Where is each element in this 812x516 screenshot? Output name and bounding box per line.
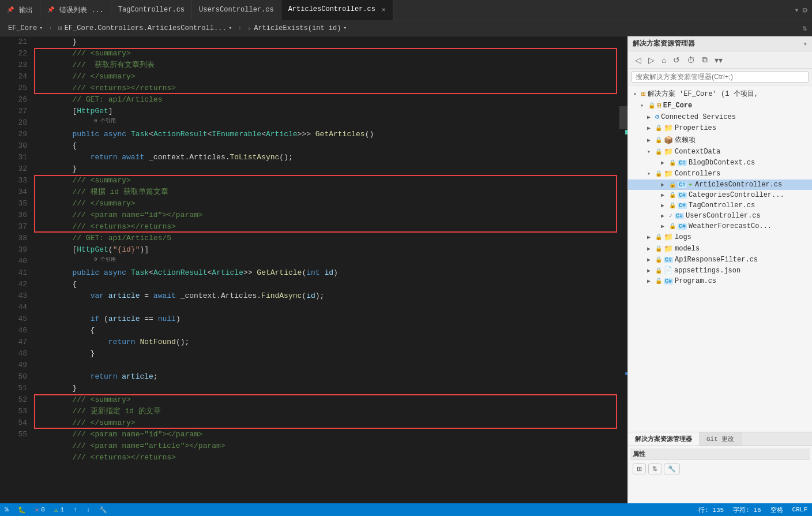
- api-filter-expand[interactable]: ▶: [644, 256, 653, 263]
- status-right: 行: 135 字符: 16 空格 CRLF: [698, 506, 807, 514]
- tree-appsettings[interactable]: ▶ 🔒 📄 appsettings.json: [628, 265, 812, 276]
- code-line: /// <returns></returns>: [36, 452, 619, 463]
- status-char[interactable]: 字符: 16: [733, 506, 761, 514]
- status-warnings[interactable]: ⚠ 1: [54, 506, 64, 514]
- tree-articles-controller[interactable]: ▶ 🔒 C# + ArticlesController.cs: [628, 180, 812, 190]
- code-content[interactable]: } /// <summary> /// 获取所有文章列表 /// </summa…: [32, 36, 619, 503]
- tree-models[interactable]: ▶ 🔒 📁 models: [628, 243, 812, 255]
- project-expand-icon[interactable]: ▾: [637, 102, 646, 109]
- tree-users-controller[interactable]: ▶ ✓ C# UsersController.cs: [628, 211, 812, 221]
- sidebar-forward-btn[interactable]: ▷: [646, 54, 657, 66]
- warning-icon: ⚠: [54, 506, 58, 514]
- tree-properties[interactable]: ▶ 🔒 📁 Properties: [628, 122, 812, 134]
- sidebar-collapse-all-btn[interactable]: ▾▾: [712, 54, 725, 66]
- tree-program[interactable]: ▶ 🔒 C# Program.cs: [628, 276, 812, 286]
- tree-categories-controller[interactable]: ▶ 🔒 C# CategoriesController...: [628, 190, 812, 200]
- status-bug[interactable]: 🐛: [18, 506, 26, 514]
- breadcrumb-namespace[interactable]: EF_Core ▾: [5, 23, 46, 33]
- code-line: // GET: api/Articles/5: [36, 233, 619, 244]
- minimap-green-bar: [625, 130, 627, 134]
- breadcrumb-method-dropdown[interactable]: ▾: [343, 25, 346, 31]
- sidebar-copy-btn[interactable]: ⧉: [700, 54, 710, 66]
- tag-expand[interactable]: ▶: [658, 202, 667, 209]
- sidebar-refresh-btn[interactable]: ↺: [671, 54, 682, 66]
- tab-solution-explorer[interactable]: 解决方案资源管理器: [628, 432, 700, 446]
- logs-expand[interactable]: ▶: [644, 234, 653, 241]
- code-line: }: [36, 163, 619, 175]
- context-data-expand[interactable]: ▾: [644, 148, 653, 155]
- categories-expand[interactable]: ▶: [658, 192, 667, 199]
- wrench-icon: 🔧: [99, 506, 107, 514]
- solution-expand-icon[interactable]: ▾: [630, 91, 640, 98]
- tree-api-response-filter[interactable]: ▶ 🔒 C# ApiResponseFilter.cs: [628, 255, 812, 265]
- tree-project[interactable]: ▾ 🔒 ⊞ EF_Core: [628, 100, 812, 111]
- status-space[interactable]: 空格: [770, 506, 783, 514]
- properties-expand[interactable]: ▶: [644, 125, 653, 132]
- status-zoom[interactable]: %: [5, 506, 9, 513]
- breadcrumb-class-dropdown[interactable]: ▾: [229, 25, 232, 31]
- connected-services-expand[interactable]: ▶: [644, 114, 653, 121]
- tab-users-controller[interactable]: UsersController.cs: [192, 0, 281, 20]
- prop-grid-btn[interactable]: ⊞: [633, 463, 646, 474]
- tab-git-changes[interactable]: Git 更改: [700, 432, 742, 446]
- sync-icon[interactable]: ⇅: [803, 23, 807, 33]
- tree-solution-root[interactable]: ▾ ⊞ 解决方案 'EF_Core' (1 个项目,: [628, 88, 812, 100]
- status-arrow-down[interactable]: ↓: [87, 506, 91, 513]
- sidebar-home-btn[interactable]: ⌂: [659, 54, 668, 66]
- breadcrumb-right-btn[interactable]: ⇅: [803, 23, 807, 33]
- status-wrench[interactable]: 🔧: [99, 506, 107, 514]
- tree-logs[interactable]: ▶ 🔒 📁 logs: [628, 231, 812, 243]
- users-expand[interactable]: ▶: [658, 212, 667, 219]
- breadcrumb-method[interactable]: ⬦ ArticleExists(int id) ▾: [244, 23, 350, 33]
- sidebar-collapse-icon[interactable]: ▾: [803, 39, 807, 48]
- line-number: 41: [11, 267, 27, 279]
- pin-icon-errors: 📌: [47, 6, 54, 13]
- status-arrow-up[interactable]: ↑: [73, 506, 77, 513]
- status-errors[interactable]: ✕ 0: [35, 506, 45, 514]
- sidebar-back-btn[interactable]: ◁: [633, 54, 644, 66]
- code-line: /// <returns></returns>: [36, 83, 619, 94]
- code-line: return await _context.Articles.ToListAsy…: [36, 152, 619, 163]
- code-line: return article;: [36, 371, 619, 383]
- controllers-expand[interactable]: ▾: [644, 170, 653, 177]
- weather-expand[interactable]: ▶: [658, 223, 667, 230]
- status-line[interactable]: 行: 135: [698, 506, 724, 514]
- tree-connected-services[interactable]: ▶ ⚙ Connected Services: [628, 111, 812, 122]
- tab-settings-icon[interactable]: ⚙: [803, 5, 807, 15]
- code-line: {: [36, 140, 619, 152]
- status-crlf[interactable]: CRLF: [792, 506, 807, 513]
- breadcrumb-class[interactable]: ⊞ EF_Core.Controllers.ArticlesControll..…: [55, 23, 235, 33]
- line-number: 36: [11, 210, 27, 221]
- tab-output[interactable]: 📌 输出: [0, 0, 40, 20]
- deps-expand[interactable]: ▶: [644, 137, 653, 144]
- articles-expand[interactable]: ▶: [658, 181, 667, 188]
- tree-weather-controller[interactable]: ▶ 🔒 C# WeatherForecastCo...: [628, 221, 812, 231]
- code-line: /// 更新指定 id 的文章: [36, 406, 619, 417]
- tab-errors[interactable]: 📌 错误列表 ...: [40, 0, 111, 20]
- program-lock-icon: 🔒: [655, 278, 662, 285]
- sidebar-search-input[interactable]: [631, 71, 809, 83]
- prop-sort-btn[interactable]: ⇅: [648, 463, 661, 474]
- models-expand[interactable]: ▶: [644, 245, 653, 252]
- tab-tag-controller[interactable]: TagController.cs: [111, 0, 192, 20]
- minimap-thumb[interactable]: [619, 106, 627, 129]
- articles-label: ArticlesController.cs: [695, 181, 782, 189]
- tree-deps[interactable]: ▶ 🔒 📦 依赖项: [628, 134, 812, 146]
- error-icon: ✕: [35, 506, 39, 514]
- blog-db-expand[interactable]: ▶: [658, 159, 667, 166]
- breadcrumb-dropdown-icon[interactable]: ▾: [39, 25, 42, 31]
- tab-articles-controller[interactable]: ArticlesController.cs ✕: [281, 0, 393, 20]
- line-number: 40: [11, 256, 27, 267]
- sidebar-clock-btn[interactable]: ⏱: [685, 54, 697, 66]
- tree-tag-controller[interactable]: ▶ 🔒 C# TagController.cs: [628, 200, 812, 211]
- tree-controllers[interactable]: ▾ 🔒 📁 Controllers: [628, 168, 812, 180]
- prop-wrench-btn[interactable]: 🔧: [664, 463, 680, 474]
- articles-lock-icon: 🔒: [669, 181, 676, 188]
- tab-dropdown-icon[interactable]: ▾: [794, 5, 799, 15]
- tree-blog-db-context[interactable]: ▶ 🔒 C# BlogDbContext.cs: [628, 158, 812, 168]
- tree-context-data[interactable]: ▾ 🔒 📁 ContextData: [628, 146, 812, 158]
- appsettings-expand[interactable]: ▶: [644, 267, 653, 274]
- tab-bar-actions[interactable]: ▾ ⚙: [794, 5, 812, 15]
- program-expand[interactable]: ▶: [644, 278, 653, 285]
- blog-db-label: BlogDbContext.cs: [689, 159, 755, 167]
